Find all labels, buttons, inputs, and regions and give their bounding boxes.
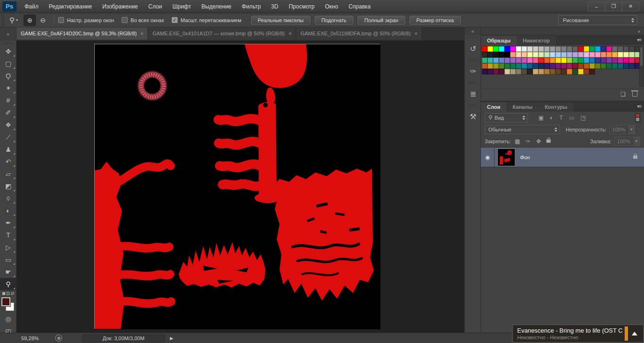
swatch-72[interactable] bbox=[572, 57, 578, 63]
dock-gripper[interactable] bbox=[468, 36, 478, 39]
swatch-80[interactable] bbox=[618, 57, 623, 63]
swatch-2[interactable] bbox=[493, 46, 499, 52]
menu-item-9[interactable]: Окно bbox=[320, 0, 343, 13]
swatch-66[interactable] bbox=[538, 57, 544, 63]
swatch-96[interactable] bbox=[550, 63, 555, 69]
layers-tab-2[interactable]: Контуры bbox=[538, 102, 573, 112]
move-tool[interactable]: ✥ bbox=[0, 45, 17, 57]
swatch-13[interactable] bbox=[555, 46, 561, 52]
swatches-scrollbar[interactable] bbox=[639, 46, 644, 87]
menu-item-2[interactable]: Изображение bbox=[97, 0, 143, 13]
document-tab-0[interactable]: GAME.EXE_0xAF14D20C.bmp @ 59,3% (RGB/8)× bbox=[17, 27, 148, 40]
swatch-100[interactable] bbox=[572, 63, 578, 69]
swatch-71[interactable] bbox=[567, 57, 572, 63]
swatch-128[interactable] bbox=[572, 69, 578, 74]
swatch-104[interactable] bbox=[595, 63, 601, 69]
panel-menu-icon[interactable]: ▾≡ bbox=[637, 104, 641, 109]
swatch-20[interactable] bbox=[595, 46, 601, 52]
expand-notification-icon[interactable] bbox=[632, 332, 637, 335]
swatch-90[interactable] bbox=[516, 63, 521, 69]
layer-filter-dropdown[interactable]: ⚲ Вид bbox=[485, 113, 528, 122]
swatch-30[interactable] bbox=[493, 52, 499, 57]
layer-thumbnail[interactable] bbox=[498, 149, 515, 166]
swatch-9[interactable] bbox=[533, 46, 538, 52]
swatch-68[interactable] bbox=[550, 57, 555, 63]
swatch-18[interactable] bbox=[584, 46, 589, 52]
swatch-60[interactable] bbox=[504, 57, 510, 63]
swatch-40[interactable] bbox=[550, 52, 555, 57]
swatch-131[interactable] bbox=[589, 69, 595, 74]
swatch-36[interactable] bbox=[527, 52, 533, 57]
swatch-34[interactable] bbox=[516, 52, 521, 57]
swatch-42[interactable] bbox=[561, 52, 567, 57]
swatch-106[interactable] bbox=[606, 63, 612, 69]
swatch-88[interactable] bbox=[504, 63, 510, 69]
swatch-11[interactable] bbox=[544, 46, 550, 52]
swatch-5[interactable] bbox=[510, 46, 516, 52]
menu-item-3[interactable]: Слои bbox=[143, 0, 167, 13]
menu-item-10[interactable]: Справка bbox=[343, 0, 376, 13]
layers-tab-0[interactable]: Слои bbox=[481, 102, 506, 112]
swatch-73[interactable] bbox=[578, 57, 584, 63]
rectangular-marquee-tool[interactable]: ▢ bbox=[0, 57, 17, 70]
toolbar-gripper[interactable] bbox=[3, 41, 13, 44]
layer-row-background[interactable]: ◉ Фон bbox=[481, 147, 644, 167]
swatch-57[interactable] bbox=[487, 57, 493, 63]
filter-shape-icon[interactable]: ▭ bbox=[569, 114, 574, 121]
swatch-129[interactable] bbox=[578, 69, 584, 74]
tool-presets-panel-button[interactable]: ⚒ bbox=[465, 107, 481, 125]
swatch-105[interactable] bbox=[601, 63, 606, 69]
swatch-8[interactable] bbox=[527, 46, 533, 52]
swatch-77[interactable] bbox=[601, 57, 606, 63]
document-canvas[interactable] bbox=[94, 44, 380, 329]
dock-collapse[interactable]: « bbox=[465, 27, 480, 35]
swatch-75[interactable] bbox=[589, 57, 595, 63]
minimize-button[interactable]: – bbox=[588, 2, 605, 11]
lock-all-icon[interactable] bbox=[546, 139, 551, 143]
dock-gripper[interactable] bbox=[468, 104, 478, 106]
swatch-110[interactable] bbox=[629, 63, 635, 69]
swatch-122[interactable] bbox=[538, 69, 544, 74]
brush-presets-panel-button[interactable]: ✑ bbox=[465, 62, 481, 80]
swatch-113[interactable] bbox=[487, 69, 493, 74]
swatch-59[interactable] bbox=[499, 57, 504, 63]
swatch-64[interactable] bbox=[527, 57, 533, 63]
swatch-33[interactable] bbox=[510, 52, 516, 57]
swatch-118[interactable] bbox=[516, 69, 521, 74]
eyedropper-tool[interactable]: ✐ bbox=[0, 106, 17, 119]
checkbox-box-icon[interactable] bbox=[58, 17, 64, 23]
brush-tool[interactable]: ⟋ bbox=[0, 131, 17, 143]
status-zoom-field[interactable]: 59,28% bbox=[21, 335, 49, 341]
document-tab-2[interactable]: GAME.EXE_0x51198DFA.bmp @ 50% (RGB/8)× bbox=[296, 27, 422, 40]
swatch-29[interactable] bbox=[487, 52, 493, 57]
swatch-94[interactable] bbox=[538, 63, 544, 69]
panel-menu-icon[interactable]: ▾≡ bbox=[637, 37, 641, 42]
swatch-92[interactable] bbox=[527, 63, 533, 69]
crop-tool[interactable]: # bbox=[0, 94, 17, 106]
swatch-53[interactable] bbox=[623, 52, 629, 57]
swatch-22[interactable] bbox=[606, 46, 612, 52]
swatch-37[interactable] bbox=[533, 52, 538, 57]
swatch-95[interactable] bbox=[544, 63, 550, 69]
swatch-101[interactable] bbox=[578, 63, 584, 69]
menu-item-1[interactable]: Редактирование bbox=[44, 0, 97, 13]
zoom-tool[interactable]: ⚲ bbox=[0, 278, 17, 290]
swatch-16[interactable] bbox=[572, 46, 578, 52]
swatch-17[interactable] bbox=[578, 46, 584, 52]
swatch-15[interactable] bbox=[567, 46, 572, 52]
swatch-45[interactable] bbox=[578, 52, 584, 57]
options-button-1[interactable]: Подогнать bbox=[314, 16, 354, 25]
swatches-tab-1[interactable]: Навигатор bbox=[517, 36, 556, 45]
swatch-97[interactable] bbox=[555, 63, 561, 69]
swatch-103[interactable] bbox=[589, 63, 595, 69]
swatch-61[interactable] bbox=[510, 57, 516, 63]
zoom-in-button[interactable]: ⊕ bbox=[24, 15, 36, 26]
toolbar-collapse[interactable]: » bbox=[0, 27, 17, 41]
swatch-74[interactable] bbox=[584, 57, 589, 63]
swatch-102[interactable] bbox=[584, 63, 589, 69]
clone-source-panel-button[interactable]: ≣ bbox=[465, 85, 481, 103]
menu-item-7[interactable]: 3D bbox=[266, 0, 283, 13]
swatch-76[interactable] bbox=[595, 57, 601, 63]
swatch-130[interactable] bbox=[584, 69, 589, 74]
filter-pixel-icon[interactable]: ▣ bbox=[538, 114, 544, 121]
